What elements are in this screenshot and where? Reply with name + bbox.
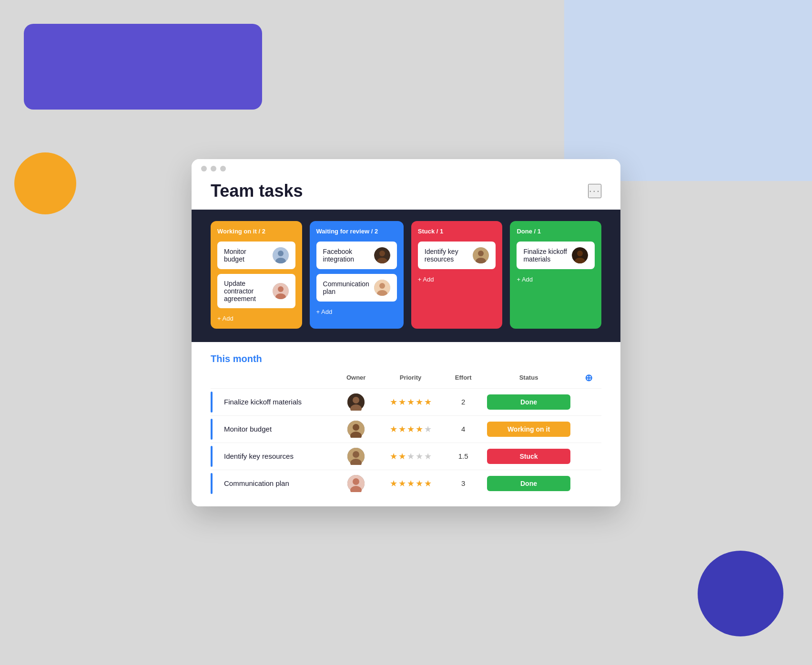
section-title: This month xyxy=(211,353,601,364)
status-badge[interactable]: Done xyxy=(487,476,570,491)
avatar xyxy=(273,283,289,299)
owner-avatar xyxy=(347,393,365,411)
more-options-button[interactable]: ··· xyxy=(588,184,601,198)
avatar xyxy=(374,247,390,263)
add-card-stuck[interactable]: + Add xyxy=(418,276,496,283)
card-identify-key-resources[interactable]: Identify key resources xyxy=(418,242,496,269)
status-badge[interactable]: Stuck xyxy=(487,449,570,464)
owner-avatar xyxy=(347,421,365,438)
task-name: Communication plan xyxy=(218,473,295,494)
table-row[interactable]: Monitor budget ★★★★★4Working on it xyxy=(211,415,601,443)
effort-value: 4 xyxy=(445,415,481,443)
window-header: Team tasks ··· xyxy=(192,171,620,210)
card-title: Monitor budget xyxy=(224,248,268,263)
title-bar xyxy=(192,159,620,171)
table-row[interactable]: Identify key resources ★★★★★1.5Stuck xyxy=(211,443,601,470)
card-facebook-integration[interactable]: Facebook integration xyxy=(316,242,397,269)
svg-point-28 xyxy=(353,478,359,485)
card-title: Communication plan xyxy=(323,280,369,295)
th-add[interactable]: ⊕ xyxy=(576,372,601,389)
status-badge[interactable]: Done xyxy=(487,394,570,410)
status-badge[interactable]: Working on it xyxy=(487,422,570,437)
bg-purple-circle xyxy=(698,551,783,636)
star: ★ xyxy=(398,478,406,489)
star: ★ xyxy=(390,451,397,462)
star: ★ xyxy=(424,397,432,407)
column-working-header: Working on it / 2 xyxy=(217,228,295,235)
bg-yellow-circle xyxy=(14,152,76,214)
svg-point-16 xyxy=(577,251,583,256)
table-section: This month Owner Priority Effort Status … xyxy=(192,342,620,506)
column-waiting: Waiting for review / 2 Facebook integrat… xyxy=(310,221,404,329)
star: ★ xyxy=(416,397,423,407)
card-monitor-budget[interactable]: Monitor budget xyxy=(217,242,295,269)
add-card-waiting[interactable]: + Add xyxy=(316,308,397,315)
page-title: Team tasks xyxy=(211,181,303,201)
svg-point-19 xyxy=(353,397,359,403)
priority-stars: ★★★★★ xyxy=(382,397,439,407)
star: ★ xyxy=(390,424,397,434)
th-task xyxy=(211,372,336,389)
effort-value: 2 xyxy=(445,388,481,415)
th-priority: Priority xyxy=(376,372,445,389)
add-card-done[interactable]: + Add xyxy=(517,276,595,283)
table-header-row: Owner Priority Effort Status ⊕ xyxy=(211,372,601,389)
star: ★ xyxy=(398,451,406,462)
effort-value: 1.5 xyxy=(445,443,481,470)
star: ★ xyxy=(407,424,415,434)
star: ★ xyxy=(407,478,415,489)
star: ★ xyxy=(416,424,423,434)
main-window: Team tasks ··· Working on it / 2 Monitor… xyxy=(192,159,620,506)
svg-point-22 xyxy=(353,424,359,431)
card-title: Finalize kickoff materials xyxy=(523,248,567,263)
th-status: Status xyxy=(481,372,576,389)
star: ★ xyxy=(398,424,406,434)
column-stuck-header: Stuck / 1 xyxy=(418,228,496,235)
priority-stars: ★★★★★ xyxy=(382,478,439,489)
avatar xyxy=(572,247,588,263)
traffic-light-green xyxy=(220,166,226,171)
add-card-working[interactable]: + Add xyxy=(217,315,295,322)
tasks-table: Owner Priority Effort Status ⊕ Finalize … xyxy=(211,372,601,497)
table-row[interactable]: Communication plan ★★★★★3Done xyxy=(211,470,601,497)
column-stuck: Stuck / 1 Identify key resources + Add xyxy=(411,221,503,329)
star: ★ xyxy=(424,451,432,462)
th-owner: Owner xyxy=(336,372,376,389)
column-done: Done / 1 Finalize kickoff materials + Ad… xyxy=(510,221,601,329)
column-done-header: Done / 1 xyxy=(517,228,595,235)
star: ★ xyxy=(424,478,432,489)
effort-value: 3 xyxy=(445,470,481,497)
column-waiting-header: Waiting for review / 2 xyxy=(316,228,397,235)
traffic-light-yellow xyxy=(211,166,216,171)
bg-blue-rect xyxy=(564,0,812,181)
svg-point-25 xyxy=(353,451,359,458)
star: ★ xyxy=(390,397,397,407)
priority-stars: ★★★★★ xyxy=(382,424,439,434)
bg-purple-rect xyxy=(24,24,262,110)
card-title: Update contractor agreement xyxy=(224,280,268,302)
traffic-light-red xyxy=(201,166,207,171)
card-finalize-kickoff[interactable]: Finalize kickoff materials xyxy=(517,242,595,269)
star: ★ xyxy=(407,397,415,407)
avatar xyxy=(374,280,390,296)
star: ★ xyxy=(398,397,406,407)
star: ★ xyxy=(407,451,415,462)
svg-point-7 xyxy=(379,251,385,256)
task-name: Identify key resources xyxy=(218,445,299,467)
svg-point-13 xyxy=(478,251,484,256)
column-working: Working on it / 2 Monitor budget Update … xyxy=(211,221,302,329)
kanban-board: Working on it / 2 Monitor budget Update … xyxy=(192,210,620,342)
svg-point-10 xyxy=(379,283,385,289)
card-update-contractor[interactable]: Update contractor agreement xyxy=(217,274,295,308)
star: ★ xyxy=(424,424,432,434)
card-title: Identify key resources xyxy=(425,248,468,263)
card-title: Facebook integration xyxy=(323,248,369,263)
task-name: Finalize kickoff materials xyxy=(218,391,307,413)
avatar xyxy=(273,247,289,263)
task-name: Monitor budget xyxy=(218,418,277,440)
star: ★ xyxy=(416,451,423,462)
table-row[interactable]: Finalize kickoff materials ★★★★★2Done xyxy=(211,388,601,415)
th-effort: Effort xyxy=(445,372,481,389)
avatar xyxy=(473,247,489,263)
card-communication-plan[interactable]: Communication plan xyxy=(316,274,397,302)
